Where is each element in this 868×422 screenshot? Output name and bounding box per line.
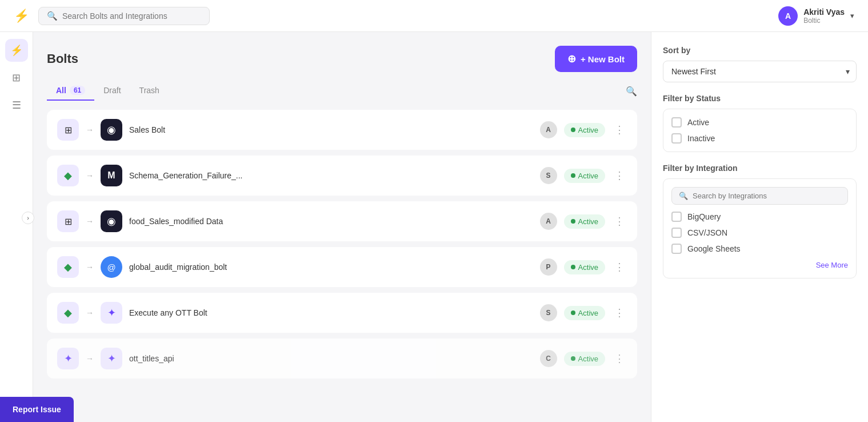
status-badge-4: Active — [564, 306, 605, 320]
filter-integration-gsheets-checkbox[interactable] — [671, 244, 682, 254]
list-search-button[interactable]: 🔍 — [626, 86, 637, 97]
sidebar: ⚡ ⊞ ☰ — [0, 32, 33, 422]
logo-icon[interactable]: ⚡ — [14, 9, 29, 23]
new-bolt-button[interactable]: ⊕ + New Bolt — [555, 46, 637, 72]
filter-integration-label: Filter by Integration — [663, 164, 857, 173]
see-more-link[interactable]: See More — [816, 261, 848, 269]
bolt-dest-icon-1: M — [101, 165, 122, 186]
status-dot-4 — [571, 310, 575, 315]
tab-all[interactable]: All 61 — [47, 81, 94, 101]
sidebar-item-home[interactable]: ⚡ — [5, 39, 28, 62]
filter-integration-bigquery-checkbox[interactable] — [671, 212, 682, 222]
bolt-source-icon-3: ◆ — [57, 256, 79, 278]
report-issue-button[interactable]: Report Issue — [0, 397, 74, 422]
bolt-source-icon-2: ⊞ — [57, 210, 79, 232]
status-dot-5 — [571, 356, 575, 361]
user-badge-1: S — [540, 167, 557, 184]
bolt-dest-icon-3: @ — [101, 256, 122, 278]
bolt-item[interactable]: ✦ → ✦ ott_titles_api C Active ⋮ — [47, 339, 637, 379]
bolt-name-1: Schema_Generation_Failure_... — [129, 171, 533, 180]
filter-integration-bigquery-row[interactable]: BigQuery — [671, 212, 848, 222]
status-badge-0: Active — [564, 123, 605, 137]
bolt-more-button-0[interactable]: ⋮ — [612, 121, 627, 138]
filter-status-active-label: Active — [687, 118, 709, 127]
arrow-icon: → — [86, 171, 94, 180]
status-dot-3 — [571, 265, 575, 269]
arrow-icon: → — [86, 262, 94, 272]
bolt-name-2: food_Sales_modified Data — [129, 217, 533, 226]
sidebar-item-list[interactable]: ☰ — [5, 94, 28, 117]
filter-integration-gsheets-row[interactable]: Google Sheets — [671, 244, 848, 254]
user-badge-5: C — [540, 350, 557, 367]
status-badge-2: Active — [564, 214, 605, 229]
filter-integration-csvjson-label: CSV/JSON — [687, 228, 727, 237]
integration-search-bar: 🔍 — [671, 187, 848, 205]
sort-select-wrapper: Newest First Oldest First A-Z Z-A ▾ — [663, 61, 857, 82]
arrow-icon: → — [86, 125, 94, 134]
filter-status-active-checkbox[interactable] — [671, 117, 682, 128]
sort-label: Sort by — [663, 46, 857, 55]
see-more-container: See More — [671, 260, 848, 270]
bolts-panel: Bolts ⊕ + New Bolt All 61 Draft Trash 🔍 — [33, 32, 651, 422]
bolt-source-icon-1: ◆ — [57, 165, 79, 186]
bolts-header: Bolts ⊕ + New Bolt — [47, 46, 637, 72]
bolt-item[interactable]: ⊞ → ◉ Sales Bolt A Active ⋮ — [47, 110, 637, 150]
bolt-source-icon-5: ✦ — [57, 348, 79, 369]
main: Bolts ⊕ + New Bolt All 61 Draft Trash 🔍 — [33, 32, 868, 422]
status-dot-1 — [571, 173, 575, 178]
status-badge-5: Active — [564, 352, 605, 366]
search-input[interactable] — [62, 11, 201, 21]
user-menu-chevron-icon[interactable]: ▾ — [850, 11, 854, 20]
topnav: ⚡ 🔍 A Akriti Vyas Boltic ▾ — [0, 0, 868, 32]
filter-integration-box: 🔍 BigQuery CSV/JSON Google Sheets See Mo… — [663, 178, 857, 278]
integration-search-icon: 🔍 — [679, 192, 688, 200]
user-name: Akriti Vyas — [803, 7, 845, 17]
filter-status-active-row[interactable]: Active — [671, 117, 848, 128]
bolt-dest-icon-5: ✦ — [101, 348, 122, 369]
bolt-more-button-4[interactable]: ⋮ — [612, 304, 627, 321]
integration-search-input[interactable] — [693, 192, 841, 200]
user-badge-0: A — [540, 121, 557, 138]
filter-integration-gsheets-label: Google Sheets — [687, 244, 741, 253]
sort-select[interactable]: Newest First Oldest First A-Z Z-A — [663, 61, 857, 82]
filter-integration-csvjson-row[interactable]: CSV/JSON — [671, 228, 848, 238]
arrow-icon: → — [86, 354, 94, 363]
tabs-right: 🔍 — [626, 86, 637, 97]
page-title: Bolts — [47, 51, 78, 66]
tab-draft[interactable]: Draft — [94, 81, 130, 101]
filter-status-inactive-checkbox[interactable] — [671, 133, 682, 144]
bolt-more-button-2[interactable]: ⋮ — [612, 213, 627, 230]
bolt-more-button-1[interactable]: ⋮ — [612, 167, 627, 184]
topnav-right: A Akriti Vyas Boltic ▾ — [778, 6, 854, 26]
user-badge-4: S — [540, 304, 557, 321]
tab-trash[interactable]: Trash — [130, 81, 169, 101]
right-panel: Sort by Newest First Oldest First A-Z Z-… — [651, 32, 868, 422]
search-icon: 🔍 — [47, 11, 58, 21]
bolt-dest-icon-4: ✦ — [101, 302, 122, 324]
bolt-item[interactable]: ◆ → M Schema_Generation_Failure_... S Ac… — [47, 156, 637, 196]
bolt-name-4: Execute any OTT Bolt — [129, 308, 533, 317]
bolt-more-button-3[interactable]: ⋮ — [612, 258, 627, 276]
arrow-icon: → — [86, 308, 94, 317]
user-badge-3: P — [540, 258, 557, 276]
bolt-name-0: Sales Bolt — [129, 125, 533, 134]
bolt-name-3: global_audit_migration_bolt — [129, 262, 533, 272]
status-dot-0 — [571, 128, 575, 132]
search-bar: 🔍 — [38, 7, 210, 25]
tab-all-count: 61 — [70, 86, 85, 95]
user-subtitle: Boltic — [803, 17, 845, 25]
bolt-item[interactable]: ◆ → @ global_audit_migration_bolt P Acti… — [47, 247, 637, 287]
status-badge-1: Active — [564, 169, 605, 183]
filter-integration-section: Filter by Integration 🔍 BigQuery CSV/JSO… — [663, 164, 857, 278]
sort-section: Sort by Newest First Oldest First A-Z Z-… — [663, 46, 857, 82]
sidebar-toggle[interactable]: › — [22, 212, 34, 224]
status-dot-2 — [571, 219, 575, 224]
bolt-more-button-5[interactable]: ⋮ — [612, 350, 627, 367]
filter-status-inactive-row[interactable]: Inactive — [671, 133, 848, 144]
avatar: A — [778, 6, 798, 26]
sidebar-item-grid[interactable]: ⊞ — [5, 66, 28, 89]
bolt-item[interactable]: ◆ → ✦ Execute any OTT Bolt S Active ⋮ — [47, 293, 637, 333]
filter-integration-csvjson-checkbox[interactable] — [671, 228, 682, 238]
bolt-item[interactable]: ⊞ → ◉ food_Sales_modified Data A Active … — [47, 201, 637, 241]
status-badge-3: Active — [564, 260, 605, 274]
